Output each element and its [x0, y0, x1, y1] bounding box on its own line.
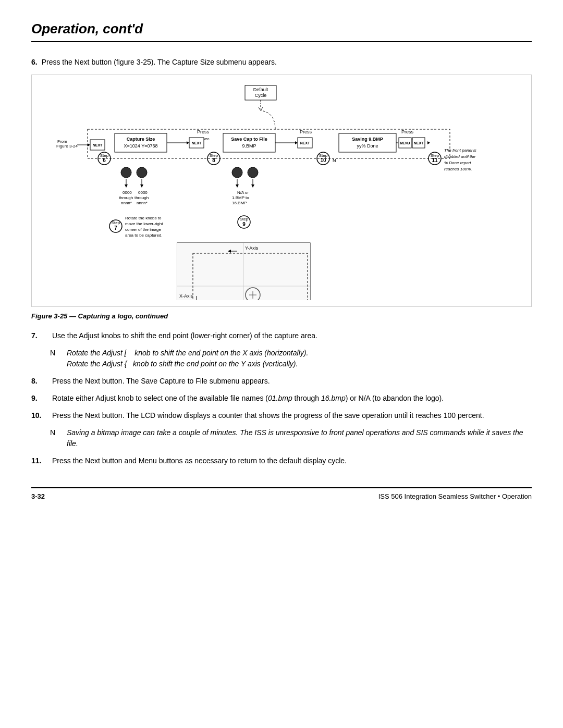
- note-7-text: Rotate the Adjust [ knob to shift the en…: [67, 348, 532, 369]
- step-intro-text: Press the Next button (figure 3-25). The…: [42, 58, 277, 66]
- svg-text:Default: Default: [253, 87, 268, 92]
- list-item: 7. Use the Adjust knobs to shift the end…: [31, 330, 532, 341]
- svg-text:From: From: [57, 139, 67, 144]
- svg-text:nnnn*: nnnn*: [121, 201, 132, 205]
- svg-text:1.BMP to: 1.BMP to: [232, 195, 249, 200]
- svg-text:Step: Step: [240, 217, 249, 221]
- svg-text:9.BMP: 9.BMP: [242, 143, 256, 149]
- svg-rect-90: [177, 243, 310, 300]
- svg-text:through: through: [134, 195, 149, 200]
- diagram-container: Default Cycle From Figure 3-24 NEXT Step…: [31, 75, 532, 307]
- svg-text:Press: Press: [197, 129, 210, 134]
- note-7: N Rotate the Adjust [ knob to shift the …: [31, 348, 532, 369]
- svg-text:The front panel  is: The front panel is: [444, 148, 476, 153]
- svg-text:X=1024    Y=0768: X=1024 Y=0768: [124, 143, 158, 149]
- list-item: 8. Press the Next button. The Save Captu…: [31, 376, 532, 387]
- diagram-svg: Default Cycle From Figure 3-24 NEXT Step…: [38, 81, 525, 300]
- note-10: N Saving a bitmap image can take a coupl…: [31, 427, 532, 449]
- svg-text:Rotate the knobs to: Rotate the knobs to: [125, 216, 162, 220]
- note-n: N: [50, 348, 63, 359]
- svg-point-17: [137, 167, 147, 178]
- step-10-num: 10.: [31, 410, 50, 421]
- svg-text:N/A or: N/A or: [237, 190, 249, 195]
- svg-text:corner of the image: corner of the image: [125, 227, 161, 232]
- svg-text:Saving 9.BMP: Saving 9.BMP: [352, 137, 383, 142]
- page-title: Operation, cont'd: [31, 21, 532, 42]
- steps-list: 7. Use the Adjust knobs to shift the end…: [31, 330, 532, 341]
- svg-text:0000: 0000: [138, 190, 148, 195]
- figure-caption: Figure 3-25 — Capturing a logo, continue…: [31, 312, 532, 320]
- steps-list-2: 8. Press the Next button. The Save Captu…: [31, 376, 532, 421]
- svg-text:through: through: [119, 195, 133, 200]
- svg-text:X-Axis: X-Axis: [179, 293, 193, 299]
- list-item: 9. Rotate either Adjust knob to select o…: [31, 393, 532, 404]
- list-item: 11. Press the Next button and Menu butto…: [31, 455, 532, 466]
- svg-text:NEXT: NEXT: [414, 141, 424, 145]
- svg-text:NEXT: NEXT: [192, 141, 202, 145]
- step-11-num: 11.: [31, 455, 50, 466]
- svg-text:NEXT: NEXT: [300, 141, 310, 145]
- svg-text:yy% Done: yy% Done: [357, 143, 378, 149]
- svg-text:reaches 100%.: reaches 100%.: [444, 167, 472, 171]
- svg-text:MENU: MENU: [400, 141, 410, 145]
- svg-text:NEXT: NEXT: [93, 143, 103, 147]
- svg-text:move the lower-right: move the lower-right: [125, 221, 163, 226]
- svg-text:% Done report: % Done report: [444, 161, 471, 165]
- step-intro: 6.Press the Next button (figure 3-25). T…: [31, 58, 532, 66]
- svg-text:Save Cap to File: Save Cap to File: [231, 137, 267, 142]
- svg-point-47: [232, 167, 242, 178]
- svg-text:Cycle: Cycle: [255, 93, 267, 98]
- step-7-text: Use the Adjust knobs to shift the end po…: [52, 330, 532, 341]
- step-intro-num: 6.: [31, 58, 38, 66]
- step-9-num: 9.: [31, 393, 50, 404]
- svg-text:Press: Press: [300, 129, 312, 134]
- footer-bar: 3-32 ISS 506 Integration Seamless Switch…: [31, 487, 532, 500]
- svg-text:7: 7: [114, 225, 117, 231]
- svg-text:Capture Size: Capture Size: [127, 137, 155, 142]
- footer-right: ISS 506 Integration Seamless Switcher • …: [378, 492, 532, 500]
- steps-list-3: 11. Press the Next button and Menu butto…: [31, 455, 532, 466]
- step-8-num: 8.: [31, 376, 50, 387]
- svg-text:16.BMP: 16.BMP: [232, 201, 247, 205]
- svg-text:Step: Step: [112, 220, 120, 225]
- note-n-2: N: [50, 427, 63, 438]
- svg-text:9: 9: [242, 221, 246, 227]
- svg-point-48: [248, 167, 258, 178]
- svg-text:Y-Axis: Y-Axis: [245, 245, 259, 251]
- step-10-text: Press the Next button. The LCD window di…: [52, 410, 532, 421]
- list-item: 10. Press the Next button. The LCD windo…: [31, 410, 532, 421]
- footer-left: 3-32: [31, 492, 45, 500]
- step-7-num: 7.: [31, 330, 50, 341]
- svg-text:0000: 0000: [123, 190, 132, 195]
- svg-text:area to be captured.: area to be captured.: [125, 233, 163, 238]
- step-11-text: Press the Next button and Menu buttons a…: [52, 455, 532, 466]
- svg-text:Press: Press: [401, 129, 414, 134]
- svg-text:Figure 3-24: Figure 3-24: [56, 144, 78, 149]
- step-9-text: Rotate either Adjust knob to select one …: [52, 393, 532, 404]
- note-10-text: Saving a bitmap image can take a couple …: [67, 427, 532, 449]
- svg-point-16: [121, 167, 131, 178]
- step-8-text: Press the Next button. The Save Capture …: [52, 376, 532, 387]
- svg-text:nnnn*: nnnn*: [137, 201, 148, 205]
